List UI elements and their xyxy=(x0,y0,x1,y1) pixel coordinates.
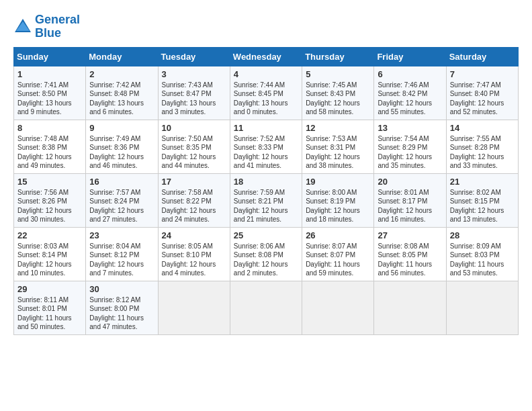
cell-content: Sunrise: 8:08 AMSunset: 8:05 PMDaylight:… xyxy=(378,242,442,278)
calendar-cell: 18Sunrise: 7:59 AMSunset: 8:21 PMDayligh… xyxy=(230,173,302,227)
cell-content: Sunrise: 7:43 AMSunset: 8:47 PMDaylight:… xyxy=(162,81,226,117)
cell-content: Sunrise: 7:44 AMSunset: 8:45 PMDaylight:… xyxy=(234,81,298,117)
calendar-cell: 10Sunrise: 7:50 AMSunset: 8:35 PMDayligh… xyxy=(158,120,230,173)
cell-content: Sunrise: 7:46 AMSunset: 8:42 PMDaylight:… xyxy=(378,81,442,117)
calendar-cell: 15Sunrise: 7:56 AMSunset: 8:26 PMDayligh… xyxy=(14,173,86,227)
day-number: 16 xyxy=(89,177,154,187)
calendar-cell: 16Sunrise: 7:57 AMSunset: 8:24 PMDayligh… xyxy=(86,173,158,227)
day-number: 14 xyxy=(450,123,515,133)
cell-content: Sunrise: 7:45 AMSunset: 8:43 PMDaylight:… xyxy=(306,81,370,117)
day-number: 10 xyxy=(162,123,226,133)
day-number: 2 xyxy=(89,69,154,79)
calendar-cell: 21Sunrise: 8:02 AMSunset: 8:15 PMDayligh… xyxy=(446,173,518,227)
cell-content: Sunrise: 7:52 AMSunset: 8:33 PMDaylight:… xyxy=(234,134,298,171)
cell-content: Sunrise: 7:59 AMSunset: 8:21 PMDaylight:… xyxy=(234,188,298,224)
day-number: 20 xyxy=(378,177,442,187)
calendar-cell xyxy=(374,281,446,334)
calendar-cell: 30Sunrise: 8:12 AMSunset: 8:00 PMDayligh… xyxy=(86,281,158,334)
cell-content: Sunrise: 8:00 AMSunset: 8:19 PMDaylight:… xyxy=(306,188,370,224)
weekday-header: Saturday xyxy=(446,47,518,66)
weekday-header: Sunday xyxy=(14,47,86,66)
calendar-week-row: 29Sunrise: 8:11 AMSunset: 8:01 PMDayligh… xyxy=(14,281,519,334)
day-number: 8 xyxy=(17,123,82,133)
calendar-cell: 22Sunrise: 8:03 AMSunset: 8:14 PMDayligh… xyxy=(14,227,86,281)
day-number: 11 xyxy=(234,123,298,133)
calendar-cell: 4Sunrise: 7:44 AMSunset: 8:45 PMDaylight… xyxy=(230,66,302,120)
calendar-cell: 27Sunrise: 8:08 AMSunset: 8:05 PMDayligh… xyxy=(374,227,446,281)
calendar-cell: 9Sunrise: 7:49 AMSunset: 8:36 PMDaylight… xyxy=(86,120,158,173)
cell-content: Sunrise: 8:04 AMSunset: 8:12 PMDaylight:… xyxy=(89,242,154,278)
cell-content: Sunrise: 7:57 AMSunset: 8:24 PMDaylight:… xyxy=(89,188,154,224)
calendar-cell: 12Sunrise: 7:53 AMSunset: 8:31 PMDayligh… xyxy=(302,120,374,173)
cell-content: Sunrise: 8:12 AMSunset: 8:00 PMDaylight:… xyxy=(89,295,154,332)
cell-content: Sunrise: 7:42 AMSunset: 8:48 PMDaylight:… xyxy=(89,81,154,117)
calendar-week-row: 15Sunrise: 7:56 AMSunset: 8:26 PMDayligh… xyxy=(14,173,519,227)
calendar-cell: 26Sunrise: 8:07 AMSunset: 8:07 PMDayligh… xyxy=(302,227,374,281)
calendar-cell xyxy=(302,281,374,334)
calendar-cell: 13Sunrise: 7:54 AMSunset: 8:29 PMDayligh… xyxy=(374,120,446,173)
day-number: 22 xyxy=(17,230,82,240)
day-number: 25 xyxy=(234,230,298,240)
cell-content: Sunrise: 8:02 AMSunset: 8:15 PMDaylight:… xyxy=(450,188,515,224)
day-number: 17 xyxy=(162,177,226,187)
calendar-week-row: 1Sunrise: 7:41 AMSunset: 8:50 PMDaylight… xyxy=(14,66,519,120)
weekday-header: Thursday xyxy=(302,47,374,66)
calendar-cell: 29Sunrise: 8:11 AMSunset: 8:01 PMDayligh… xyxy=(14,281,86,334)
logo: General Blue xyxy=(13,13,80,40)
cell-content: Sunrise: 8:11 AMSunset: 8:01 PMDaylight:… xyxy=(17,295,82,332)
day-number: 3 xyxy=(162,69,226,79)
calendar-cell: 2Sunrise: 7:42 AMSunset: 8:48 PMDaylight… xyxy=(86,66,158,120)
calendar-cell: 23Sunrise: 8:04 AMSunset: 8:12 PMDayligh… xyxy=(86,227,158,281)
calendar-week-row: 8Sunrise: 7:48 AMSunset: 8:38 PMDaylight… xyxy=(14,120,519,173)
calendar-cell: 8Sunrise: 7:48 AMSunset: 8:38 PMDaylight… xyxy=(14,120,86,173)
svg-marker-1 xyxy=(16,21,30,31)
cell-content: Sunrise: 7:49 AMSunset: 8:36 PMDaylight:… xyxy=(89,134,154,171)
cell-content: Sunrise: 7:48 AMSunset: 8:38 PMDaylight:… xyxy=(17,134,82,171)
cell-content: Sunrise: 8:05 AMSunset: 8:10 PMDaylight:… xyxy=(162,242,226,278)
cell-content: Sunrise: 8:09 AMSunset: 8:03 PMDaylight:… xyxy=(450,242,515,278)
day-number: 19 xyxy=(306,177,370,187)
day-number: 1 xyxy=(17,69,82,79)
calendar-table: SundayMondayTuesdayWednesdayThursdayFrid… xyxy=(13,47,519,335)
day-number: 9 xyxy=(89,123,154,133)
calendar-cell: 1Sunrise: 7:41 AMSunset: 8:50 PMDaylight… xyxy=(14,66,86,120)
day-number: 7 xyxy=(450,69,515,79)
cell-content: Sunrise: 7:56 AMSunset: 8:26 PMDaylight:… xyxy=(17,188,82,224)
day-number: 13 xyxy=(378,123,442,133)
day-number: 28 xyxy=(450,230,515,240)
day-number: 21 xyxy=(450,177,515,187)
calendar-cell: 3Sunrise: 7:43 AMSunset: 8:47 PMDaylight… xyxy=(158,66,230,120)
day-number: 30 xyxy=(89,284,154,294)
calendar-cell: 28Sunrise: 8:09 AMSunset: 8:03 PMDayligh… xyxy=(446,227,518,281)
cell-content: Sunrise: 7:50 AMSunset: 8:35 PMDaylight:… xyxy=(162,134,226,171)
calendar-cell: 14Sunrise: 7:55 AMSunset: 8:28 PMDayligh… xyxy=(446,120,518,173)
calendar-cell: 17Sunrise: 7:58 AMSunset: 8:22 PMDayligh… xyxy=(158,173,230,227)
cell-content: Sunrise: 8:01 AMSunset: 8:17 PMDaylight:… xyxy=(378,188,442,224)
calendar-cell: 7Sunrise: 7:47 AMSunset: 8:40 PMDaylight… xyxy=(446,66,518,120)
day-number: 15 xyxy=(17,177,82,187)
weekday-header-row: SundayMondayTuesdayWednesdayThursdayFrid… xyxy=(14,47,519,66)
calendar-cell: 5Sunrise: 7:45 AMSunset: 8:43 PMDaylight… xyxy=(302,66,374,120)
cell-content: Sunrise: 7:41 AMSunset: 8:50 PMDaylight:… xyxy=(17,81,82,117)
cell-content: Sunrise: 7:47 AMSunset: 8:40 PMDaylight:… xyxy=(450,81,515,117)
calendar-cell xyxy=(230,281,302,334)
weekday-header: Friday xyxy=(374,47,446,66)
calendar-cell xyxy=(158,281,230,334)
day-number: 5 xyxy=(306,69,370,79)
cell-content: Sunrise: 7:58 AMSunset: 8:22 PMDaylight:… xyxy=(162,188,226,224)
day-number: 4 xyxy=(234,69,298,79)
cell-content: Sunrise: 8:07 AMSunset: 8:07 PMDaylight:… xyxy=(306,242,370,278)
calendar-cell: 19Sunrise: 8:00 AMSunset: 8:19 PMDayligh… xyxy=(302,173,374,227)
day-number: 26 xyxy=(306,230,370,240)
day-number: 29 xyxy=(17,284,82,294)
day-number: 18 xyxy=(234,177,298,187)
day-number: 24 xyxy=(162,230,226,240)
cell-content: Sunrise: 8:06 AMSunset: 8:08 PMDaylight:… xyxy=(234,242,298,278)
calendar-cell: 20Sunrise: 8:01 AMSunset: 8:17 PMDayligh… xyxy=(374,173,446,227)
calendar-cell: 25Sunrise: 8:06 AMSunset: 8:08 PMDayligh… xyxy=(230,227,302,281)
calendar-cell: 11Sunrise: 7:52 AMSunset: 8:33 PMDayligh… xyxy=(230,120,302,173)
logo-text: General Blue xyxy=(35,13,80,40)
day-number: 27 xyxy=(378,230,442,240)
day-number: 23 xyxy=(89,230,154,240)
cell-content: Sunrise: 7:53 AMSunset: 8:31 PMDaylight:… xyxy=(306,134,370,171)
